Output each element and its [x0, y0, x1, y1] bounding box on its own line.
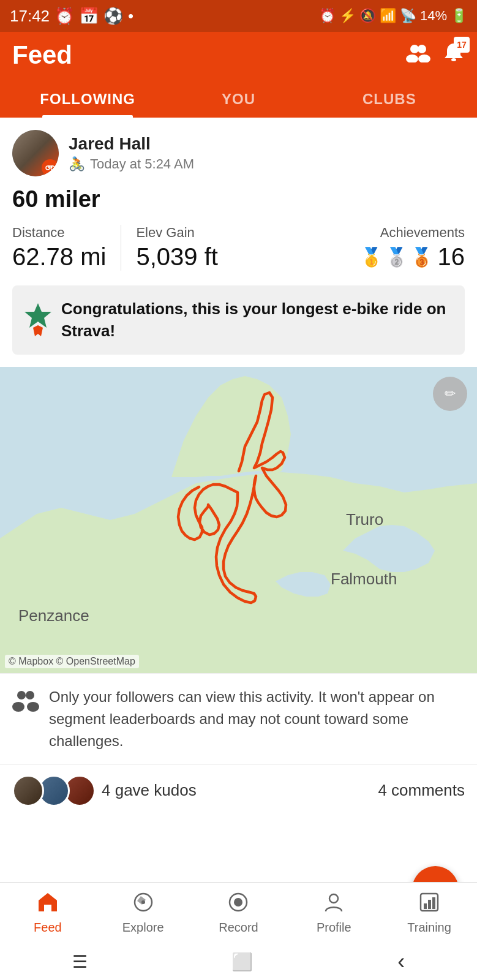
- bluetooth-icon: ⚡: [339, 8, 356, 24]
- notification-badge: 17: [454, 37, 470, 53]
- header-icons: 17: [406, 42, 465, 69]
- nav-record[interactable]: Record: [191, 886, 287, 940]
- activity-time: 🚴 Today at 5:24 AM: [69, 156, 194, 172]
- elev-label: Elev Gain: [136, 225, 217, 241]
- kudos-count[interactable]: 4 gave kudos: [102, 781, 197, 800]
- bronze-medal-icon: 🥉: [410, 246, 433, 268]
- nav-profile-label: Profile: [317, 921, 351, 935]
- nav-feed[interactable]: Feed: [0, 886, 96, 940]
- stats-row: Distance 62.78 mi Elev Gain 5,039 ft Ach…: [12, 225, 465, 271]
- kudos-avatar-1: [12, 775, 44, 807]
- distance-stat: Distance 62.78 mi: [12, 225, 121, 271]
- activity-card: Jared Hall 🚴 Today at 5:24 AM 60 miler D…: [0, 118, 477, 271]
- user-avatar[interactable]: [12, 130, 59, 176]
- time: 17:42: [10, 7, 50, 26]
- elev-gain-stat: Elev Gain 5,039 ft: [121, 225, 232, 271]
- alarm2-icon: ⏰: [319, 8, 336, 24]
- map-background: Truro Falmouth Penzance ✏ © Mapbox © Ope…: [0, 367, 477, 673]
- alarm-icon: ⏰: [54, 7, 74, 26]
- profile-icon: [323, 891, 345, 918]
- svg-point-18: [12, 702, 24, 712]
- battery-icon: 🔋: [451, 8, 467, 24]
- tab-navigation: FOLLOWING YOU CLUBS: [12, 81, 465, 118]
- svg-point-25: [329, 894, 338, 903]
- distance-label: Distance: [12, 225, 106, 241]
- svg-point-0: [410, 45, 419, 53]
- svg-text:Penzance: Penzance: [18, 606, 89, 625]
- wifi-icon: 📶: [380, 8, 396, 24]
- svg-text:Truro: Truro: [346, 510, 383, 529]
- explore-icon: [132, 891, 154, 918]
- svg-marker-11: [33, 325, 43, 336]
- tab-following[interactable]: FOLLOWING: [12, 81, 163, 118]
- sys-back-button[interactable]: ‹: [397, 949, 405, 974]
- activity-user-info: Jared Hall 🚴 Today at 5:24 AM: [69, 134, 194, 172]
- kudos-row: 4 gave kudos 4 comments: [0, 764, 477, 819]
- svg-point-1: [418, 45, 426, 53]
- map-credit: © Mapbox © OpenStreetMap: [5, 655, 139, 668]
- svg-point-24: [234, 898, 242, 907]
- svg-point-17: [26, 691, 34, 699]
- nav-record-label: Record: [219, 921, 258, 935]
- svg-rect-27: [424, 903, 427, 909]
- silver-medal-icon: 🥈: [385, 246, 408, 268]
- activity-map[interactable]: Truro Falmouth Penzance ✏ © Mapbox © Ope…: [0, 367, 477, 673]
- nav-profile[interactable]: Profile: [286, 886, 381, 940]
- calendar-icon: 📅: [79, 7, 99, 26]
- nav-training-label: Training: [407, 921, 451, 935]
- comments-count[interactable]: 4 comments: [378, 781, 465, 800]
- nav-feed-label: Feed: [34, 921, 62, 935]
- achievements-stat: Achievements 🥇 🥈 🥉 16: [360, 225, 465, 271]
- signal-icon: 📡: [400, 8, 416, 24]
- achievements-label: Achievements: [360, 225, 465, 241]
- congrats-banner: Congratulations, this is your longest e-…: [12, 285, 465, 355]
- svg-rect-29: [432, 897, 435, 909]
- gold-medal-icon: 🥇: [360, 246, 383, 268]
- activity-user-header: Jared Hall 🚴 Today at 5:24 AM: [12, 130, 465, 176]
- status-left: 17:42 ⏰ 📅 ⚽ •: [10, 7, 133, 26]
- distance-value: 62.78 mi: [12, 243, 106, 271]
- bike-icon: 🚴: [69, 156, 85, 172]
- svg-point-19: [27, 702, 39, 712]
- ribbon-icon: [24, 302, 51, 337]
- header: Feed 17 FOLLOWING: [0, 32, 477, 118]
- edit-map-button[interactable]: ✏: [433, 377, 467, 411]
- privacy-text: Only your followers can view this activi…: [49, 686, 465, 752]
- elev-value: 5,039 ft: [136, 243, 217, 271]
- record-icon: [227, 891, 249, 918]
- friends-button[interactable]: [406, 43, 430, 67]
- congrats-text: Congratulations, this is your longest e-…: [61, 298, 453, 342]
- svg-point-16: [17, 691, 26, 699]
- svg-point-3: [418, 55, 430, 62]
- battery: 14%: [420, 8, 447, 24]
- privacy-notice: Only your followers can view this activi…: [0, 673, 477, 764]
- nav-explore-label: Explore: [122, 921, 164, 935]
- nav-training[interactable]: Training: [381, 886, 477, 940]
- tab-clubs[interactable]: CLUBS: [314, 81, 465, 118]
- activity-title[interactable]: 60 miler: [12, 186, 465, 213]
- activity-type-badge: [42, 159, 59, 176]
- bottom-navigation: Feed Explore Record Profile: [0, 882, 477, 943]
- user-name[interactable]: Jared Hall: [69, 134, 194, 154]
- sport-icon: ⚽: [103, 7, 123, 26]
- activity-feed: Jared Hall 🚴 Today at 5:24 AM 60 miler D…: [0, 118, 477, 917]
- svg-marker-10: [24, 303, 51, 328]
- sys-home-button[interactable]: ⬜: [231, 952, 253, 972]
- page-title: Feed: [12, 40, 72, 70]
- dot-icon: •: [128, 7, 133, 26]
- tab-you[interactable]: YOU: [163, 81, 314, 118]
- kudos-avatars: [12, 775, 89, 807]
- nav-explore[interactable]: Explore: [96, 886, 191, 940]
- notifications-button[interactable]: 17: [443, 42, 465, 69]
- sys-menu-button[interactable]: ☰: [72, 952, 88, 972]
- achievements-count: 16: [438, 243, 465, 271]
- kudos-left: 4 gave kudos: [12, 775, 197, 807]
- privacy-icon: [12, 687, 39, 717]
- status-bar: 17:42 ⏰ 📅 ⚽ • ⏰ ⚡ 🔕 📶 📡 14% 🔋: [0, 0, 477, 32]
- svg-text:Falmouth: Falmouth: [331, 570, 397, 588]
- system-navigation: ☰ ⬜ ‹: [0, 943, 477, 980]
- header-top: Feed 17: [12, 40, 465, 70]
- status-right: ⏰ ⚡ 🔕 📶 📡 14% 🔋: [319, 8, 467, 24]
- achievements-row: 🥇 🥈 🥉 16: [360, 243, 465, 271]
- svg-point-2: [406, 55, 418, 62]
